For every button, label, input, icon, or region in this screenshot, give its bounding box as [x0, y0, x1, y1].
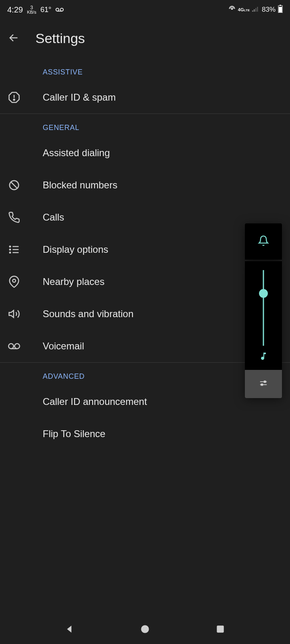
slider-thumb[interactable] [259, 289, 268, 298]
phone-icon [8, 211, 32, 223]
item-assisted-dialing[interactable]: Assisted dialing [0, 137, 290, 169]
svg-point-19 [10, 249, 11, 250]
volume-settings-button[interactable] [245, 370, 282, 398]
svg-rect-31 [261, 384, 263, 386]
svg-rect-7 [257, 7, 258, 12]
nav-recent-icon[interactable] [215, 624, 226, 636]
nav-home-icon[interactable] [140, 624, 150, 636]
hotspot-icon [228, 5, 236, 14]
item-label: Display options [32, 244, 108, 255]
sliders-icon [259, 379, 268, 389]
nav-back-icon[interactable] [64, 624, 75, 636]
svg-point-17 [10, 246, 11, 247]
item-flip-to-silence[interactable]: Flip To Silence [0, 418, 290, 450]
svg-point-1 [60, 8, 63, 11]
status-network: 4GLTE [238, 8, 250, 12]
alert-octagon-icon [8, 91, 32, 103]
signal-icon [252, 6, 259, 14]
bell-icon [258, 235, 269, 248]
svg-point-25 [8, 344, 14, 349]
status-data-rate: 3 KB/s [27, 5, 36, 14]
svg-point-33 [141, 625, 149, 633]
svg-rect-34 [217, 625, 224, 632]
svg-line-16 [11, 182, 17, 188]
item-label: Sounds and vibration [32, 308, 134, 320]
status-temp: 61° [40, 6, 51, 14]
item-caller-id-spam[interactable]: Caller ID & spam [0, 81, 290, 114]
status-right: 4GLTE 83% [228, 5, 283, 15]
item-label: Calls [32, 212, 64, 223]
item-label: Blocked numbers [32, 180, 117, 191]
volume-mode-button[interactable] [245, 223, 282, 260]
svg-point-23 [12, 279, 16, 283]
app-bar: Settings [0, 19, 290, 58]
svg-rect-4 [252, 10, 253, 12]
item-label: Flip To Silence [8, 428, 106, 440]
svg-point-3 [231, 8, 232, 9]
voicemail-icon [55, 6, 64, 14]
location-icon [8, 276, 32, 288]
svg-rect-29 [264, 381, 266, 383]
item-label: Nearby places [32, 276, 104, 287]
svg-rect-10 [279, 7, 282, 12]
voicemail-icon [8, 340, 32, 352]
svg-point-0 [56, 8, 59, 11]
volume-slider[interactable] [245, 261, 282, 370]
status-bar: 4:29 3 KB/s 61° 4GLTE 83% [0, 0, 290, 19]
svg-marker-24 [9, 310, 14, 318]
svg-marker-32 [67, 625, 72, 632]
nav-bar [0, 616, 290, 644]
status-left: 4:29 3 KB/s 61° [7, 5, 64, 14]
music-note-icon [259, 351, 268, 363]
page-title: Settings [35, 31, 85, 46]
svg-rect-5 [254, 9, 255, 12]
status-time: 4:29 [7, 5, 23, 14]
item-label: Caller ID announcement [8, 396, 147, 407]
battery-icon [278, 5, 283, 15]
speaker-icon [8, 308, 32, 320]
svg-point-21 [10, 252, 11, 253]
slider-track [263, 270, 264, 346]
item-label: Assisted dialing [8, 147, 110, 159]
list-icon [8, 244, 32, 256]
item-label: Caller ID & spam [32, 92, 116, 103]
item-blocked-numbers[interactable]: Blocked numbers [0, 169, 290, 201]
item-label: Voicemail [32, 341, 84, 352]
back-icon[interactable] [8, 32, 19, 45]
block-icon [8, 179, 32, 191]
section-header-assistive: ASSISTIVE [0, 58, 290, 81]
volume-panel [245, 223, 282, 398]
svg-point-14 [14, 99, 15, 100]
section-header-general: GENERAL [0, 114, 290, 137]
svg-rect-6 [255, 8, 257, 12]
svg-point-26 [14, 344, 20, 349]
status-battery-pct: 83% [262, 6, 276, 14]
